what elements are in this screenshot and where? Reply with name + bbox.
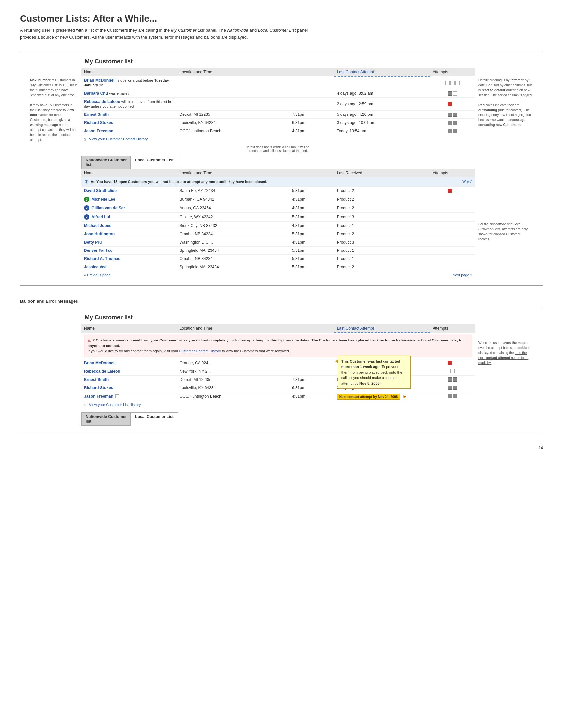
customer-location: Omaha, NB 34234 [177, 255, 290, 263]
attempt-box-filled[interactable] [448, 121, 452, 125]
attempt-box[interactable] [453, 102, 457, 106]
info-message-cell: ⓘ As You have 15 open Customers you will… [81, 177, 475, 187]
left-sidebar-note: Max. number of Customers in "My Customer… [30, 58, 81, 279]
customer-link[interactable]: Joan Huffington [84, 232, 115, 236]
customer-attempts [430, 384, 475, 392]
attempt-box-red[interactable] [448, 102, 452, 106]
checkbox[interactable] [115, 394, 119, 398]
s2-tab-nationwide[interactable]: Nationwide Customerlist [81, 412, 131, 426]
attempt-box[interactable] [450, 369, 455, 373]
customer-last-contact [335, 76, 430, 89]
attempt-box-filled[interactable] [448, 91, 452, 96]
customer-link[interactable]: Michael Jobes [84, 223, 111, 228]
s2-tab-local[interactable]: Local Customer List [131, 412, 177, 426]
why-link[interactable]: Why? [462, 179, 472, 183]
attempt-box[interactable] [455, 81, 460, 85]
customer-link[interactable]: Rebecca de Laleou [84, 369, 120, 374]
attempt-box-filled[interactable] [448, 386, 452, 390]
customer-link[interactable]: Barbara Chu [84, 91, 108, 96]
s2-col-attempts: Attempts [430, 324, 475, 333]
attempt-box-filled[interactable] [453, 129, 457, 133]
badge-2: 2 [84, 205, 89, 211]
customer-link[interactable]: Betty Pru [84, 240, 102, 245]
customer-attempts [430, 89, 475, 98]
customer-attempts [430, 204, 475, 213]
tab-nationwide[interactable]: Nationwide Customerlist [81, 156, 131, 169]
attempt-box-filled[interactable] [453, 386, 457, 390]
next-page-link[interactable]: Next page » [453, 273, 472, 277]
attempt-box-filled[interactable] [448, 394, 452, 398]
customer-last-received: Product 2 [335, 204, 430, 213]
customer-link[interactable]: David Strathclide [84, 188, 117, 193]
customer-link[interactable]: Alfred Lui [91, 215, 110, 219]
orange-arrow-icon: ► [403, 394, 407, 399]
customer-time [290, 89, 335, 98]
attempt-box-filled[interactable] [453, 121, 457, 125]
attempt-box[interactable] [446, 81, 450, 85]
attempt-box-filled[interactable] [448, 113, 452, 117]
customer-last-contact: Today, 10:54 am [335, 127, 430, 135]
attempt-box[interactable] [453, 189, 457, 193]
customer-link[interactable]: Denver Fairfax [84, 248, 112, 253]
customer-time: 5:31pm [290, 187, 335, 195]
customer-link[interactable]: Brian McDonnell [84, 78, 116, 83]
attempt-box-filled[interactable] [448, 377, 452, 382]
table-header-row: Name Location and Time Last Contact Atte… [81, 68, 475, 76]
customer-attempts [430, 222, 475, 230]
col-name-header: Name [81, 68, 177, 76]
table-row: Rebecca de Laleou will be removed from t… [81, 98, 475, 111]
customer-link[interactable]: Richard Stokes [84, 386, 113, 390]
attempt-box[interactable] [450, 81, 455, 85]
my-customer-list-table: Name Location and Time Last Contact Atte… [81, 68, 475, 144]
s2-col-last-contact[interactable]: Last Contact Attempt [335, 324, 430, 333]
customer-attempts [430, 263, 475, 271]
truncate-note: If text does not fit within a column, it… [81, 145, 475, 153]
tab-local[interactable]: Local Customer List [131, 156, 177, 169]
customer-time: 5:31pm [290, 255, 335, 263]
customer-name: Brian McDonnell [81, 359, 177, 367]
customer-attempts [430, 98, 475, 111]
customer-location: OCC/Huntington Beach... [177, 127, 290, 135]
attempt-box[interactable] [453, 91, 457, 96]
table-row: Rebecca de Laleou New York, NY 2... [81, 367, 475, 375]
customer-link[interactable]: Jason Freeman [84, 394, 113, 399]
prev-page-link[interactable]: « Previous page [84, 273, 111, 277]
customer-time: 7:31pm [290, 375, 335, 384]
table-row: 2 Alfred Lui Gillette, WY 42342 5:31pm P… [81, 213, 475, 222]
table-row: Jason Freeman OCC/Huntington Beach... 4:… [81, 127, 475, 135]
attempt-boxes [433, 81, 472, 85]
customer-link[interactable]: Richard A. Thomas [84, 256, 120, 261]
local-col-location: Location and Time [177, 169, 290, 177]
right-sidebar-note: Default ordering is by "attempt by" date… [475, 58, 533, 279]
attempt-box-red[interactable] [448, 189, 452, 193]
customer-link[interactable]: Rebecca de Laleou [84, 99, 120, 104]
next-contact-badge: Next contact attempt by Nov 24, 2008 [337, 394, 400, 400]
customer-link[interactable]: Ernest Smith [84, 112, 109, 117]
attempt-box-filled[interactable] [453, 394, 457, 398]
customer-link[interactable]: Gillian van de Sar [91, 206, 125, 210]
customer-link[interactable]: Brian McDonnell [84, 361, 116, 365]
customer-attempts [430, 375, 475, 384]
table-row: Jason Freeman OCC/Huntington Beach... 4:… [81, 392, 475, 401]
view-history-link-2[interactable]: View your Customer List History [89, 403, 141, 407]
customer-last-received: Product 2 [335, 187, 430, 195]
attempt-box-filled[interactable] [453, 113, 457, 117]
attempt-box-red[interactable] [448, 361, 452, 365]
attempt-box-filled[interactable] [453, 377, 457, 382]
customer-location: Omaha, NB 34234 [177, 230, 290, 238]
customer-table: Name Location and Time Last Contact Atte… [81, 68, 475, 144]
attempt-box-filled[interactable] [448, 129, 452, 133]
attempt-box[interactable] [453, 361, 457, 365]
section2-center: My Customer list Name Location and Time … [81, 314, 475, 426]
customer-link[interactable]: Jason Freeman [84, 129, 113, 133]
customer-link[interactable]: Ernest Smith [84, 377, 109, 382]
customer-time: 5:31pm [290, 263, 335, 271]
customer-name[interactable]: Brian McDonnell is due for a visit befor… [81, 76, 177, 89]
customer-link[interactable]: Richard Stokes [84, 120, 113, 125]
customer-contact-history-link[interactable]: Customer Contact History [179, 349, 221, 353]
customer-link[interactable]: Jessica Veel [84, 265, 108, 269]
col-last-contact-header[interactable]: Last Contact Attempt [335, 68, 430, 76]
view-history-link[interactable]: View your Customer Contact History [89, 137, 148, 141]
customer-last-contact: 2 days ago, 2:59 pm [335, 98, 430, 111]
customer-link[interactable]: Michelle Lee [91, 197, 115, 202]
